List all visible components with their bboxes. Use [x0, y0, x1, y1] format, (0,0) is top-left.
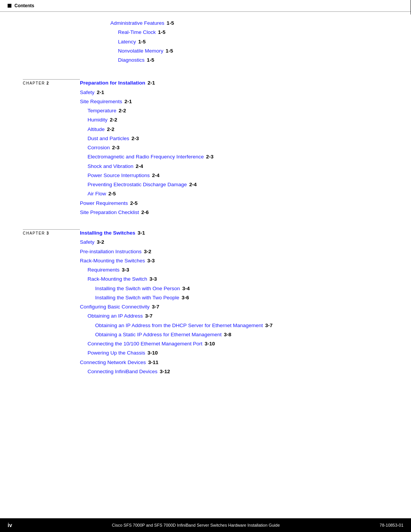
- toc-entry: Connecting the 10/100 Ethernet Managemen…: [80, 340, 388, 348]
- page-num: 2-1: [97, 89, 104, 96]
- page-num: 3-4: [182, 285, 190, 292]
- chapter-content: Preparation for Installation2-1Safety2-1…: [80, 79, 388, 218]
- toc-entry: Connecting Network Devices3-11: [80, 359, 388, 366]
- entry-text: Preventing Electrostatic Discharge Damag…: [88, 181, 187, 189]
- toc-entry: Site Preparation Checklist2-6: [80, 209, 388, 216]
- page-num: 3-3: [147, 257, 155, 265]
- page-num: 3-7: [265, 322, 273, 329]
- bottom-bar: iv Cisco SFS 7000P and SFS 7000D InfiniB…: [0, 518, 411, 532]
- page-num: 3-12: [160, 368, 170, 375]
- page-num: 2-6: [141, 209, 149, 216]
- page-num: 3-3: [150, 275, 157, 283]
- page-num: 1-5: [147, 56, 155, 64]
- chapter-content: Installing the Switches3-1Safety3-2Pre-i…: [80, 229, 388, 377]
- contents-icon: [8, 4, 11, 8]
- page-num: 3-3: [122, 266, 129, 274]
- chapter-row: Chapter 3Installing the Switches3-1Safet…: [23, 229, 388, 377]
- page-num: 1-5: [167, 19, 174, 27]
- entry-text: Obtaining a Static IP Address for Ethern…: [95, 331, 221, 339]
- entry-text: Humidity: [88, 116, 108, 124]
- entry-text: Temperature: [88, 107, 116, 115]
- top-bar: Contents: [0, 0, 411, 12]
- page-number: iv: [8, 522, 12, 528]
- toc-entry: Safety3-2: [80, 238, 388, 246]
- chapter-title: Preparation for Installation: [80, 79, 145, 87]
- entry-text: Obtaining an IP Address from the DHCP Se…: [95, 322, 263, 329]
- intro-section: Administrative Features1-5Real-Time Cloc…: [23, 19, 388, 64]
- toc-entry: Latency1-5: [110, 38, 388, 46]
- contents-label: Contents: [14, 3, 34, 8]
- entry-text: Dust and Particles: [88, 135, 129, 142]
- page-num: 3-2: [97, 238, 104, 246]
- entry-text: Corrosion: [88, 144, 110, 152]
- toc-entry: Requirements3-3: [80, 266, 388, 274]
- entry-text: Air Flow: [88, 190, 106, 198]
- toc-entry: Site Requirements2-1: [80, 98, 388, 105]
- toc-entry: Installing the Switch with One Person3-4: [80, 285, 388, 292]
- entry-text: Powering Up the Chassis: [88, 349, 145, 357]
- toc-entry: Dust and Particles2-3: [80, 135, 388, 142]
- toc-entry: Power Requirements2-5: [80, 200, 388, 207]
- page-num: 2-3: [206, 153, 213, 161]
- chapter-section: Chapter 3Installing the Switches3-1Safet…: [23, 229, 388, 377]
- toc-entry: Obtaining an IP Address from the DHCP Se…: [80, 322, 388, 329]
- toc-entry: Air Flow2-5: [80, 190, 388, 198]
- toc-entry: Connecting InfiniBand Devices3-12: [80, 368, 388, 375]
- toc-entry: Humidity2-2: [80, 116, 388, 124]
- entry-text: Pre-installation Instructions: [80, 248, 142, 256]
- entry-text: Altitude: [88, 126, 105, 133]
- chapter-section: Chapter 2Preparation for Installation2-1…: [23, 79, 388, 218]
- toc-entry: Rack-Mounting the Switch3-3: [80, 275, 388, 283]
- page-num: 2-1: [124, 98, 132, 105]
- toc-entry: Corrosion2-3: [80, 144, 388, 152]
- entry-text: Real-Time Clock: [118, 29, 156, 36]
- toc-entry: Administrative Features1-5: [110, 19, 388, 27]
- chapter-label: Chapter 3: [23, 229, 80, 235]
- entry-text: Connecting the 10/100 Ethernet Managemen…: [88, 340, 202, 348]
- toc-entry: Shock and Vibration2-4: [80, 163, 388, 170]
- entry-text: Power Source Interruptions: [88, 172, 150, 179]
- entry-text: Obtaining an IP Address: [88, 312, 143, 320]
- entry-text: Safety: [80, 238, 94, 246]
- toc-entry: Safety2-1: [80, 89, 388, 96]
- entry-text: Nonvolatile Memory: [118, 47, 163, 55]
- page-num: 3-10: [205, 340, 215, 348]
- toc-entry: Preventing Electrostatic Discharge Damag…: [80, 181, 388, 189]
- entry-text: Installing the Switch with One Person: [95, 285, 180, 292]
- doc-code: 78-10853-01: [380, 523, 403, 527]
- entry-text: Shock and Vibration: [88, 163, 134, 170]
- chapter-title-entry: Preparation for Installation2-1: [80, 79, 388, 87]
- main-content: Administrative Features1-5Real-Time Cloc…: [0, 12, 411, 411]
- page-num: 1-5: [138, 38, 146, 46]
- chapter-row: Chapter 2Preparation for Installation2-1…: [23, 79, 388, 218]
- page-num: 1-5: [166, 47, 173, 55]
- entry-text: Site Preparation Checklist: [80, 209, 139, 216]
- page-num: 3-10: [148, 349, 158, 357]
- toc-entry: Configuring Basic Connectivity3-7: [80, 303, 388, 311]
- toc-entry: Installing the Switch with Two People3-6: [80, 294, 388, 302]
- entry-text: Site Requirements: [80, 98, 122, 105]
- entry-text: Administrative Features: [110, 19, 164, 27]
- chapter-title-page: 3-1: [138, 229, 145, 237]
- toc-entry: Electromagnetic and Radio Frequency Inte…: [80, 153, 388, 161]
- toc-entry: Pre-installation Instructions3-2: [80, 248, 388, 256]
- toc-entry: Rack-Mounting the Switches3-3: [80, 257, 388, 265]
- entry-text: Latency: [118, 38, 136, 46]
- toc-entry: Obtaining a Static IP Address for Ethern…: [80, 331, 388, 339]
- page-num: 3-11: [148, 359, 158, 366]
- page-num: 1-5: [158, 29, 166, 36]
- doc-title: Cisco SFS 7000P and SFS 7000D InfiniBand…: [20, 523, 372, 527]
- page-num: 3-7: [152, 303, 159, 311]
- page-num: 3-8: [224, 331, 231, 339]
- entry-text: Rack-Mounting the Switch: [88, 275, 147, 283]
- entry-text: Diagnostics: [118, 56, 145, 64]
- page-num: 2-2: [107, 126, 115, 133]
- page-num: 2-4: [152, 172, 160, 179]
- toc-entry: Altitude2-2: [80, 126, 388, 133]
- entry-text: Electromagnetic and Radio Frequency Inte…: [88, 153, 204, 161]
- page-num: 2-3: [112, 144, 120, 152]
- page-num: 3-2: [144, 248, 151, 256]
- entry-text: Connecting Network Devices: [80, 359, 146, 366]
- toc-entry: Power Source Interruptions2-4: [80, 172, 388, 179]
- chapter-title: Installing the Switches: [80, 229, 135, 237]
